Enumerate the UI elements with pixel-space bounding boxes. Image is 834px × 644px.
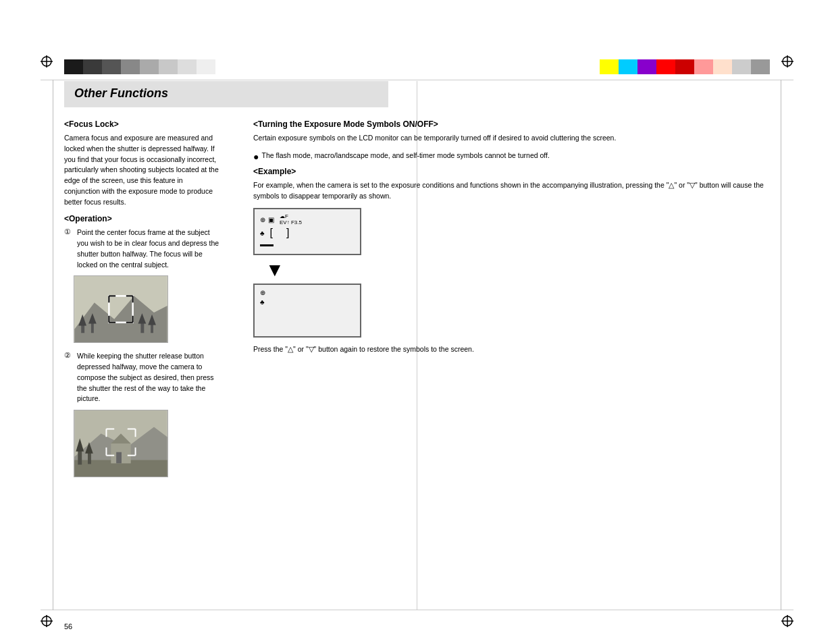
lcd-screen-after: ⊕ ♣: [253, 284, 361, 338]
svg-rect-34: [78, 450, 82, 465]
lcd-row-after-1: ⊕: [260, 289, 355, 296]
step1-text: Point the center focus frame at the subj…: [77, 227, 219, 270]
lcd-icon-battery: ▬▬: [260, 240, 273, 248]
lcd-row-3: ▬▬: [260, 240, 355, 248]
lcd-icon-settings: ⊕: [260, 216, 265, 223]
svg-rect-16: [91, 323, 94, 333]
left-column: <Focus Lock> Camera focus and exposure a…: [64, 119, 219, 485]
camera-preview-2: [74, 410, 168, 477]
lcd-row-2: ♣ [ ]: [260, 227, 355, 238]
margin-line-left: [53, 80, 53, 610]
lcd-row-1: ⊕ ▣ ☁FEV↑ F3.5: [260, 213, 355, 225]
exposure-mode-heading: <Turning the Exposure Mode Symbols ON/OF…: [253, 119, 770, 129]
example-body: For example, when the camera is set to t…: [253, 180, 770, 202]
scene-svg-1: [74, 276, 167, 342]
reg-mark-top-right: [781, 55, 793, 68]
svg-rect-20: [151, 324, 153, 333]
lcd-icon-macro: ♣: [260, 230, 265, 237]
lcd-icon-settings-2: ⊕: [260, 289, 265, 296]
camera-preview-1: [74, 275, 168, 343]
focus-lock-body: Camera focus and exposure are measured a…: [64, 133, 219, 207]
operation-step1: ① Point the center focus frame at the su…: [64, 227, 219, 270]
step1-number: ①: [64, 227, 74, 270]
h-line-bottom: [41, 610, 793, 610]
lcd-screen-before: ⊕ ▣ ☁FEV↑ F3.5 ♣ [ ] ▬▬: [253, 208, 361, 255]
focus-lock-heading: <Focus Lock>: [64, 119, 219, 129]
lcd-exposure-text: ☁FEV↑ F3.5: [280, 213, 302, 225]
lcd-row-after-2: ♣: [260, 298, 355, 306]
two-column-layout: <Focus Lock> Camera focus and exposure a…: [64, 119, 770, 485]
page-header-section: Other Functions: [64, 81, 388, 107]
lcd-bracket-area: [ ]: [270, 227, 290, 238]
page-title: Other Functions: [74, 86, 378, 101]
reg-mark-top-left: [41, 55, 53, 68]
step2-number: ②: [64, 351, 74, 404]
scene-svg-2: [74, 410, 167, 477]
restore-text: Press the "△" or "▽" button again to res…: [253, 344, 770, 355]
bullet-item: ● The flash mode, macro/landscape mode, …: [253, 151, 770, 163]
color-bars-right: [600, 59, 770, 74]
right-column: <Turning the Exposure Mode Symbols ON/OF…: [240, 119, 770, 485]
example-heading: <Example>: [253, 167, 770, 176]
main-content: Other Functions <Focus Lock> Camera focu…: [64, 81, 770, 603]
svg-rect-36: [88, 452, 91, 464]
lcd-bracket-space: [273, 230, 286, 236]
margin-line-right: [781, 80, 781, 610]
reg-mark-bottom-left: [41, 615, 53, 627]
lcd-right-bracket: ]: [286, 227, 289, 238]
operation-step2: ② While keeping the shutter release butt…: [64, 351, 219, 404]
operation-heading: <Operation>: [64, 214, 219, 223]
bullet-text: The flash mode, macro/landscape mode, an…: [261, 151, 549, 163]
arrow-down-icon: ▼: [265, 259, 770, 281]
step2-text: While keeping the shutter release button…: [77, 351, 219, 404]
page-number: 56: [64, 622, 72, 630]
exposure-mode-body: Certain exposure symbols on the LCD moni…: [253, 133, 770, 144]
svg-rect-18: [140, 323, 144, 333]
h-line-top: [41, 80, 793, 80]
reg-mark-bottom-right: [781, 615, 793, 627]
lcd-icon-square: ▣: [268, 216, 274, 223]
svg-rect-40: [116, 452, 122, 464]
bullet-icon: ●: [253, 151, 259, 163]
lcd-icon-macro-2: ♣: [260, 298, 265, 306]
color-bars-left: [64, 59, 215, 74]
